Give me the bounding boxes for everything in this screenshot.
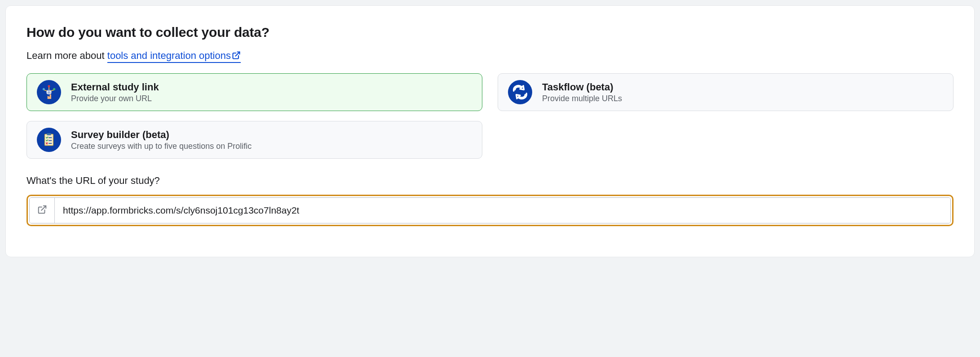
option-title: External study link bbox=[71, 81, 159, 93]
svg-point-4 bbox=[48, 85, 50, 87]
option-taskflow[interactable]: Taskflow (beta) Provide multiple URLs bbox=[498, 73, 954, 111]
svg-line-0 bbox=[235, 52, 239, 56]
svg-point-6 bbox=[53, 88, 55, 90]
option-external-study-link[interactable]: External study link Provide your own URL bbox=[26, 73, 482, 111]
tools-integration-link-text: tools and integration options bbox=[107, 50, 231, 61]
svg-rect-9 bbox=[47, 133, 51, 135]
learn-more-line: Learn more about tools and integration o… bbox=[26, 50, 954, 62]
option-text: Survey builder (beta) Create surveys wit… bbox=[71, 129, 252, 151]
option-desc: Provide multiple URLs bbox=[542, 94, 622, 103]
study-url-label: What's the URL of your study? bbox=[26, 175, 954, 187]
option-desc: Provide your own URL bbox=[71, 94, 159, 103]
cycle-arrows-icon bbox=[508, 80, 532, 104]
open-url-button[interactable] bbox=[30, 198, 55, 223]
external-link-icon bbox=[37, 205, 47, 216]
network-hand-icon bbox=[37, 80, 61, 104]
svg-line-13 bbox=[41, 206, 46, 210]
option-desc: Create surveys with up to five questions… bbox=[71, 142, 252, 151]
option-title: Survey builder (beta) bbox=[71, 129, 252, 141]
section-heading: How do you want to collect your data? bbox=[26, 25, 954, 40]
external-link-icon bbox=[232, 51, 241, 62]
tools-integration-link[interactable]: tools and integration options bbox=[107, 50, 241, 63]
learn-more-prefix: Learn more about bbox=[26, 50, 107, 61]
svg-point-5 bbox=[43, 88, 45, 90]
data-collection-panel: How do you want to collect your data? Le… bbox=[5, 5, 975, 257]
option-text: Taskflow (beta) Provide multiple URLs bbox=[542, 81, 622, 103]
option-text: External study link Provide your own URL bbox=[71, 81, 159, 103]
study-url-input[interactable] bbox=[55, 198, 950, 223]
clipboard-checklist-icon bbox=[37, 128, 61, 152]
collection-options: External study link Provide your own URL… bbox=[26, 73, 954, 159]
option-survey-builder[interactable]: Survey builder (beta) Create surveys wit… bbox=[26, 121, 482, 159]
option-title: Taskflow (beta) bbox=[542, 81, 622, 93]
study-url-field-wrapper bbox=[26, 195, 954, 226]
study-url-field-inner bbox=[29, 197, 951, 223]
